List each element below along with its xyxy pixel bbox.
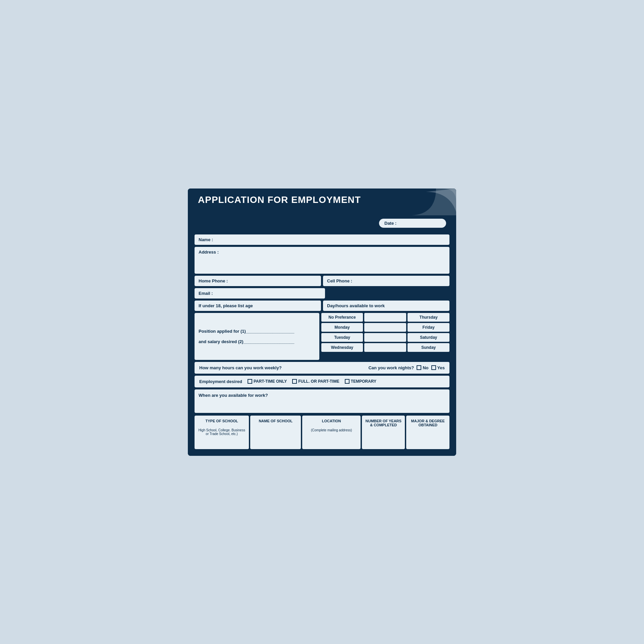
address-label: Address : bbox=[199, 250, 219, 255]
under18-label: If under 18, please list age bbox=[199, 303, 253, 308]
edu-col-name: NAME OF SCHOOL bbox=[250, 416, 301, 449]
day-no-pref: No Preferance bbox=[321, 313, 363, 322]
nights-yes-checkbox[interactable] bbox=[431, 365, 436, 370]
edu-location-label: LOCATION bbox=[322, 419, 341, 423]
edu-type-sub: High School, College. Business or Trade … bbox=[197, 428, 246, 436]
hours-label: How many hours can you work weekly? bbox=[199, 365, 282, 370]
day-hours-field[interactable]: Day/hours available to work bbox=[323, 301, 449, 311]
name-field[interactable]: Name : bbox=[195, 234, 449, 245]
phone-row: Home Phone : Cell Phone : bbox=[195, 276, 449, 286]
nights-no-checkbox[interactable] bbox=[417, 365, 421, 370]
position-label: Position applied for (1)________________… bbox=[199, 329, 315, 334]
name-label: Name : bbox=[199, 237, 213, 242]
nights-yes-group: Yes bbox=[431, 365, 445, 370]
emp-full-or-part-option: FULL. OR PART-TIME bbox=[292, 379, 339, 384]
nights-no-label: No bbox=[423, 365, 428, 370]
form-body: Name : Address : Home Phone : Cell Phone… bbox=[188, 232, 456, 456]
day-friday: Friday bbox=[408, 323, 449, 332]
available-field[interactable]: When are you available for work? bbox=[195, 389, 449, 413]
page: APPLICATION FOR EMPLOYMENT Date : Name :… bbox=[178, 178, 466, 466]
day-tuesday-check[interactable] bbox=[364, 333, 406, 342]
day-tuesday: Tuesday bbox=[321, 333, 363, 342]
edu-col-years: NUMBER OF YEARS & COMPLETED bbox=[362, 416, 405, 449]
email-field[interactable]: Email : bbox=[195, 288, 325, 299]
schedule-row-3: Tuesday Saturday bbox=[321, 333, 449, 342]
day-sunday: Sunday bbox=[408, 343, 449, 352]
header: APPLICATION FOR EMPLOYMENT bbox=[188, 189, 456, 219]
header-curve-decoration bbox=[382, 189, 456, 215]
emp-temporary-option: TEMPORARY bbox=[345, 379, 376, 384]
nights-no-group: No bbox=[417, 365, 428, 370]
day-thursday: Thursday bbox=[408, 313, 449, 322]
hours-row: How many hours can you work weekly? Can … bbox=[195, 362, 449, 374]
employment-options: PART-TIME ONLY FULL. OR PART-TIME TEMPOR… bbox=[248, 379, 376, 384]
edu-col-major: MAJOR & DEGREE OBTAINED bbox=[406, 416, 449, 449]
employment-row: Employment desired PART-TIME ONLY FULL. … bbox=[195, 376, 449, 387]
email-label: Email : bbox=[199, 291, 213, 296]
day-saturday: Saturday bbox=[408, 333, 449, 342]
emp-temporary-checkbox[interactable] bbox=[345, 379, 350, 384]
edu-location-sub: (Complete mailing address) bbox=[311, 428, 352, 432]
salary-label: and salary desired (2)__________________… bbox=[199, 339, 315, 344]
emp-full-or-part-label: FULL. OR PART-TIME bbox=[298, 379, 339, 384]
nights-yes-label: Yes bbox=[437, 365, 445, 370]
day-monday: Monday bbox=[321, 323, 363, 332]
emp-part-time-checkbox[interactable] bbox=[248, 379, 252, 384]
emp-temporary-label: TEMPORARY bbox=[351, 379, 376, 384]
date-bar: Date : bbox=[188, 219, 456, 232]
emp-part-time-option: PART-TIME ONLY bbox=[248, 379, 287, 384]
age-hours-row: If under 18, please list age Day/hours a… bbox=[195, 301, 449, 311]
edu-years-label: NUMBER OF YEARS & COMPLETED bbox=[365, 419, 402, 427]
cell-phone-label: Cell Phone : bbox=[327, 278, 352, 283]
available-label: When are you available for work? bbox=[199, 393, 268, 398]
edu-col-type: TYPE OF SCHOOL High School, College. Bus… bbox=[195, 416, 249, 449]
edu-col-location: LOCATION (Complete mailing address) bbox=[302, 416, 361, 449]
date-label: Date : bbox=[384, 221, 396, 226]
emp-full-or-part-checkbox[interactable] bbox=[292, 379, 297, 384]
cell-phone-field[interactable]: Cell Phone : bbox=[323, 276, 449, 286]
day-monday-check[interactable] bbox=[364, 323, 406, 332]
home-phone-field[interactable]: Home Phone : bbox=[195, 276, 321, 286]
address-field[interactable]: Address : bbox=[195, 247, 449, 274]
under18-field[interactable]: If under 18, please list age bbox=[195, 301, 321, 311]
nights-section: Can you work nights? No Yes bbox=[368, 365, 445, 370]
schedule-grid: No Preferance Thursday Monday Friday Tue… bbox=[321, 313, 449, 360]
nights-label: Can you work nights? bbox=[368, 365, 414, 370]
position-schedule-section: Position applied for (1)________________… bbox=[195, 313, 449, 360]
schedule-row-1: No Preferance Thursday bbox=[321, 313, 449, 322]
edu-major-label: MAJOR & DEGREE OBTAINED bbox=[409, 419, 447, 427]
position-box[interactable]: Position applied for (1)________________… bbox=[195, 313, 319, 360]
day-hours-label: Day/hours available to work bbox=[327, 303, 385, 308]
edu-name-label: NAME OF SCHOOL bbox=[259, 419, 292, 423]
form-container: APPLICATION FOR EMPLOYMENT Date : Name :… bbox=[188, 189, 456, 456]
home-phone-label: Home Phone : bbox=[199, 278, 228, 283]
day-wednesday: Wednesday bbox=[321, 343, 363, 352]
schedule-row-2: Monday Friday bbox=[321, 323, 449, 332]
date-field[interactable]: Date : bbox=[379, 219, 446, 228]
education-table: TYPE OF SCHOOL High School, College. Bus… bbox=[195, 416, 449, 449]
email-row: Email : bbox=[195, 288, 449, 299]
emp-part-time-label: PART-TIME ONLY bbox=[254, 379, 287, 384]
day-no-pref-check[interactable] bbox=[364, 313, 406, 322]
employment-label: Employment desired bbox=[199, 379, 242, 384]
schedule-row-4: Wednesday Sunday bbox=[321, 343, 449, 352]
edu-type-label: TYPE OF SCHOOL bbox=[206, 419, 238, 423]
day-wednesday-check[interactable] bbox=[364, 343, 406, 352]
